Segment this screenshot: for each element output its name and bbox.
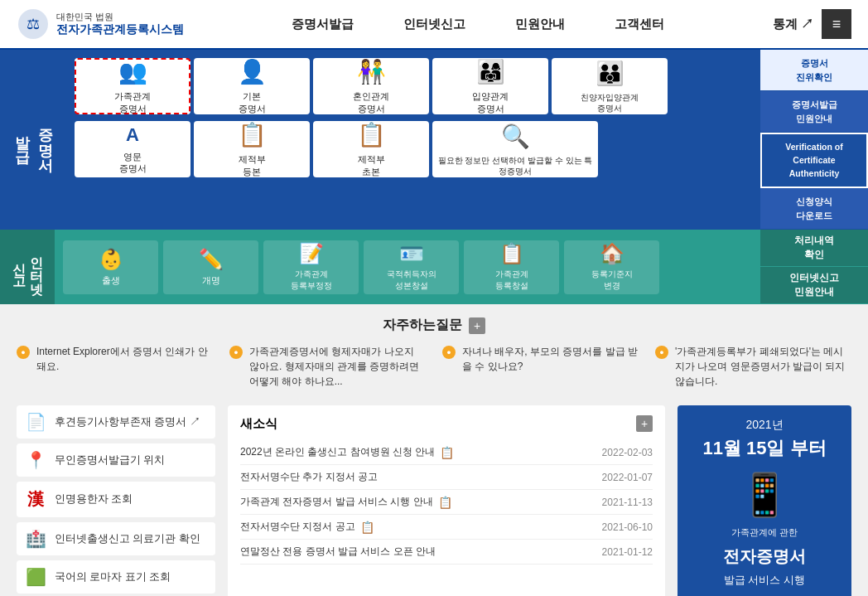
kiosk-icon: 📍: [25, 450, 46, 470]
news-item[interactable]: 전자서명수단 추가 지정서 공고 2022-01-07: [240, 465, 653, 490]
inet-family-reg[interactable]: 📋 가족관계등록창설: [464, 240, 559, 294]
news-date-5: 2021-01-12: [586, 546, 653, 558]
logo-bottom: 전자가족관계등록시스템: [56, 22, 184, 36]
guardian-icon: 📄: [25, 412, 46, 432]
nav-cert[interactable]: 증명서발급: [292, 17, 354, 32]
nav-inet[interactable]: 인터넷신고: [403, 17, 465, 32]
faq-dot-4: ●: [655, 346, 668, 359]
cert-card-family[interactable]: 👥 가족관계증명서: [75, 58, 190, 114]
cert-label: 증명서 발급: [0, 50, 68, 230]
news-text-3: 가족관계 전자증명서 발급 서비스 시행 안내: [240, 495, 433, 509]
nationality-icon: 🪪: [399, 242, 424, 265]
news-icon-1: 📋: [440, 446, 454, 459]
hamburger-button[interactable]: ≡: [822, 9, 851, 39]
promo-sub: 발급 서비스 시행: [724, 573, 805, 588]
inet-nationality[interactable]: 🪪 국적취득자의성본창설: [364, 240, 459, 294]
inet-civil-btn[interactable]: 인터넷신고민원안내: [760, 267, 868, 304]
cert-civil-btn[interactable]: 증명서발급민원안내: [760, 91, 868, 133]
news-text-1: 2022년 온라인 출생신고 참여병원 신청 안내: [240, 445, 435, 459]
left-label-hospital: 인터넷출생신고 의료기관 확인: [55, 532, 200, 546]
left-label-romanize: 국어의 로마자 표기 조회: [55, 570, 171, 584]
left-item-guardian[interactable]: 📄 후견등기사항부존재 증명서 ↗: [17, 405, 215, 439]
jeokbu-deungbon-icon: 📋: [238, 121, 267, 148]
jeokbu-chobon-icon: 📋: [357, 121, 386, 148]
news-panel: 새소식 + 2022년 온라인 출생신고 참여병원 신청 안내 📋 2022-0…: [228, 405, 665, 596]
news-icon-3: 📋: [438, 496, 452, 509]
nav-civil[interactable]: 민원안내: [515, 17, 565, 32]
inet-right-panel: 처리내역확인 인터넷신고민원안내: [760, 230, 868, 304]
faq-title-row: 자주하는질문 +: [17, 317, 851, 334]
logo-top: 대한민국 법원: [56, 12, 184, 22]
cert-card-jeokbu-chobon[interactable]: 📋 제적부초본: [313, 121, 429, 177]
news-item[interactable]: 연말정산 전용 증명서 발급 서비스 오픈 안내 2021-01-12: [240, 540, 653, 565]
cert-card-special-adoption[interactable]: 👪 친양자입양관계증명서: [552, 58, 668, 114]
news-item[interactable]: 2022년 온라인 출생신고 참여병원 신청 안내 📋 2022-02-03: [240, 440, 653, 465]
phone-icon: 📱: [739, 471, 790, 519]
cert-card-special-cert[interactable]: 🔍 필요한 정보만 선택하여 발급할 수 있는 특정증명서: [432, 121, 598, 177]
header: ⚖ 대한민국 법원 전자가족관계등록시스템 증명서발급 인터넷신고 민원안내 고…: [0, 0, 868, 50]
romanize-icon: 🟩: [25, 567, 46, 587]
news-date-2: 2022-01-07: [586, 472, 653, 483]
inet-label-top: 인터넷: [27, 247, 45, 287]
faq-plus-btn[interactable]: +: [469, 317, 485, 334]
cert-card-basic[interactable]: 👤 기본증명서: [194, 58, 310, 114]
faq-text-1: Internet Explorer에서 증명서 인쇄가 안돼요.: [36, 344, 213, 389]
cert-card-adoption[interactable]: 👨‍👩‍👧 입양관계증명서: [432, 58, 548, 114]
main-nav: 증명서발급 인터넷신고 민원안내 고객센터: [184, 17, 773, 32]
news-plus-btn[interactable]: +: [636, 415, 653, 432]
inet-address[interactable]: 🏠 등록기준지변경: [564, 240, 659, 294]
special-adoption-icon: 👪: [596, 60, 624, 87]
promo-title: 전자증명서: [723, 545, 806, 568]
hospital-icon: 🏥: [25, 529, 46, 549]
faq-text-3: 자녀나 배우자, 부모의 증명서를 발급 받을 수 있나요?: [462, 344, 639, 389]
cert-card-marriage[interactable]: 👫 혼인관계증명서: [313, 58, 429, 114]
promo-year: 2021년: [745, 418, 783, 433]
logo-icon: ⚖: [17, 7, 50, 41]
cert-row-1: 👥 가족관계증명서 👤 기본증명서 👫 혼인관계증명서 👨‍👩‍👧 입양관계증명…: [68, 55, 760, 118]
news-item[interactable]: 가족관계 전자증명서 발급 서비스 시행 안내 📋 2021-11-13: [240, 490, 653, 515]
left-item-hospital[interactable]: 🏥 인터넷출생신고 의료기관 확인: [17, 522, 215, 555]
cert-right-panel: 증명서진위확인 증명서발급민원안내 Verification ofCertifi…: [760, 50, 868, 230]
news-text-4: 전자서명수단 지정서 공고: [240, 520, 355, 534]
left-label-hanja: 인명용한자 조회: [55, 492, 133, 506]
faq-item: ● Internet Explorer에서 증명서 인쇄가 안돼요.: [17, 344, 213, 389]
faq-text-2: 가족관계증명서에 형제자매가 나오지 않아요. 형제자매의 관계를 증명하려면 …: [249, 344, 426, 389]
header-right: 통계 ↗ ≡: [773, 9, 851, 39]
inet-rename[interactable]: ✏️ 개명: [163, 240, 258, 294]
special-cert-icon: 🔍: [501, 123, 530, 150]
news-item[interactable]: 전자서명수단 지정서 공고 📋 2021-06-10: [240, 515, 653, 540]
cert-row-2: A 영문증명서 📋 제적부등본 📋 제적부초본 🔍 필요한 정보만 선택하여 발…: [68, 118, 760, 181]
family-reg-icon: 📋: [499, 242, 524, 265]
faq-section: 자주하는질문 + ● Internet Explorer에서 증명서 인쇄가 안…: [0, 304, 868, 397]
inet-history-btn[interactable]: 처리내역확인: [760, 230, 868, 267]
inet-correction[interactable]: 📝 가족관계등록부정정: [263, 240, 359, 294]
left-item-hanja[interactable]: 漢 인명용한자 조회: [17, 482, 215, 517]
left-item-romanize[interactable]: 🟩 국어의 로마자 표기 조회: [17, 560, 215, 594]
cert-authenticity-btn[interactable]: Verification ofCertificateAuthenticity: [760, 133, 868, 188]
promo-desc: 가족관계에 관한: [731, 526, 798, 540]
left-label-guardian: 후견등기사항부존재 증명서 ↗: [55, 415, 200, 429]
nav-customer[interactable]: 고객센터: [615, 17, 664, 32]
news-date-3: 2021-11-13: [586, 497, 653, 508]
cert-card-english[interactable]: A 영문증명서: [75, 121, 190, 177]
cert-card-jeokbu-deungbon[interactable]: 📋 제적부등본: [194, 121, 310, 177]
birth-icon: 👶: [99, 248, 123, 271]
basic-icon: 👤: [238, 58, 267, 85]
logo-area: ⚖ 대한민국 법원 전자가족관계등록시스템: [17, 7, 184, 41]
cert-label-top: 증명서: [36, 118, 55, 162]
hanja-icon: 漢: [25, 488, 46, 511]
inet-label: 인터넷 신고: [0, 230, 55, 304]
cert-verify-btn[interactable]: 증명서진위확인: [760, 50, 868, 91]
news-title-row: 새소식 +: [240, 415, 653, 432]
news-icon-4: 📋: [360, 521, 374, 534]
cert-download-btn[interactable]: 신청양식다운로드: [760, 188, 868, 230]
nav-stats[interactable]: 통계 ↗: [773, 17, 813, 32]
faq-dot-2: ●: [229, 346, 243, 359]
news-text-5: 연말정산 전용 증명서 발급 서비스 오픈 안내: [240, 545, 436, 559]
faq-item: ● 자녀나 배우자, 부모의 증명서를 발급 받을 수 있나요?: [442, 344, 639, 389]
cert-label-bottom: 발급: [12, 125, 32, 155]
faq-dot-1: ●: [17, 346, 30, 359]
address-icon: 🏠: [600, 242, 624, 265]
left-item-kiosk[interactable]: 📍 무인증명서발급기 위치: [17, 443, 215, 477]
inet-birth[interactable]: 👶 출생: [63, 240, 158, 294]
